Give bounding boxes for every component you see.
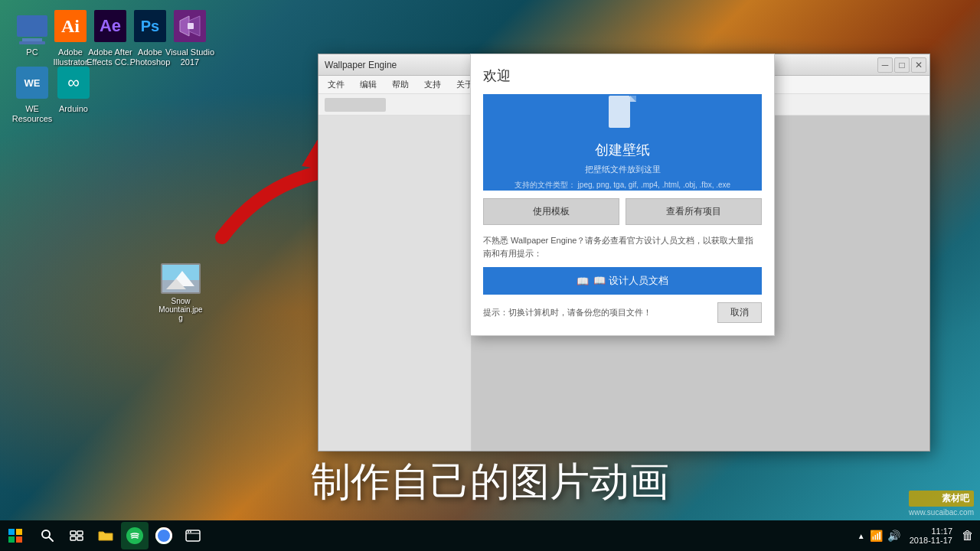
dialog-hint-text: 不熟悉 Wallpaper Engine？请务必查看官方设计人员文档，以获取大量… (483, 234, 762, 259)
taskbar-apps (31, 522, 210, 549)
svg-rect-22 (70, 536, 76, 540)
arduino-label: Arduino (49, 104, 98, 114)
svg-rect-13 (630, 96, 636, 102)
tray-recycle-icon: 🗑 (962, 529, 974, 543)
menu-edit[interactable]: 编辑 (354, 77, 383, 92)
taskbar-explorer[interactable] (92, 522, 119, 549)
taskbar-clock[interactable]: 11:17 2018-11-17 (903, 527, 959, 545)
book-icon: 📖 (577, 276, 589, 287)
doc-button[interactable]: 📖 📖 设计人员文档 (483, 267, 762, 295)
taskbar: ▲ 📶 🔊 11:17 2018-11-17 🗑 (0, 520, 980, 551)
taskbar-chrome-app[interactable] (150, 522, 178, 549)
ps-icon-graphic: Ps (134, 10, 166, 42)
drop-hint-text: 把壁纸文件放到这里 (585, 164, 661, 175)
menu-file[interactable]: 文件 (322, 77, 351, 92)
vs-icon-graphic (174, 10, 206, 42)
menu-help[interactable]: 帮助 (386, 77, 415, 92)
spotify-icon (126, 527, 143, 544)
maximize-button[interactable]: □ (894, 57, 910, 73)
create-wallpaper-label: 创建壁纸 (595, 141, 650, 159)
desktop-icon-vs[interactable]: Visual Studio2017 (162, 5, 217, 70)
tray-arrow-icon[interactable]: ▲ (858, 532, 865, 540)
svg-point-25 (188, 531, 189, 533)
tray-network-icon: 📶 (870, 530, 883, 542)
svg-rect-23 (77, 536, 83, 540)
taskbar-search[interactable] (34, 522, 61, 549)
clock-date: 2018-11-17 (910, 536, 952, 545)
doc-button-label: 📖 设计人员文档 (593, 274, 668, 288)
window-controls: ─ □ ✕ (877, 57, 926, 73)
taskbar-task-view[interactable] (63, 522, 90, 549)
svg-rect-21 (77, 531, 83, 535)
file-types-text: 支持的文件类型： jpeg, png, tga, gif, .mp4, .htm… (499, 180, 746, 191)
toolbar-input (325, 98, 386, 112)
start-button[interactable] (0, 520, 31, 551)
minimize-button[interactable]: ─ (877, 57, 893, 73)
svg-point-26 (190, 531, 191, 533)
svg-rect-11 (609, 96, 630, 128)
svg-line-19 (49, 537, 53, 541)
desktop-icon-arduino[interactable]: ∞ Arduino (46, 61, 101, 117)
taskbar-right: ▲ 📶 🔊 11:17 2018-11-17 🗑 (851, 520, 980, 551)
vs-label: Visual Studio2017 (165, 47, 214, 67)
taskbar-app5[interactable] (179, 522, 207, 549)
dialog-title: 欢迎 (483, 67, 762, 85)
snow-mountain-label: SnowMountain.jpeg (156, 297, 205, 322)
svg-rect-17 (16, 536, 22, 543)
watermark-url: www.sucaibac.com (909, 508, 974, 517)
file-icon (607, 94, 638, 136)
welcome-dialog: 欢迎 创建壁纸 把壁纸文件放到这里 支持的文件类型： jpeg, png, tg… (470, 54, 775, 336)
we-icon: WE (14, 64, 51, 101)
svg-rect-14 (8, 529, 15, 535)
we-icon-graphic: WE (16, 67, 48, 99)
system-tray: ▲ 📶 🔊 (858, 530, 900, 542)
vs-icon (172, 8, 208, 44)
ai-icon-graphic: Ai (54, 10, 87, 42)
svg-rect-20 (70, 531, 76, 535)
svg-rect-2 (188, 23, 194, 29)
dialog-tip-text: 提示：切换计算机时，请备份您的项目文件！ (483, 307, 652, 318)
dialog-footer: 提示：切换计算机时，请备份您的项目文件！ 取消 (483, 302, 762, 323)
use-template-button[interactable]: 使用模板 (483, 198, 619, 225)
arduino-icon-graphic: ∞ (57, 67, 90, 99)
clock-time: 11:17 (910, 527, 952, 536)
menu-support[interactable]: 支持 (418, 77, 447, 92)
svg-rect-16 (8, 536, 15, 543)
tray-volume-icon: 🔊 (887, 530, 900, 542)
snow-mountain-thumbnail (161, 263, 201, 294)
create-wallpaper-button[interactable]: 创建壁纸 把壁纸文件放到这里 支持的文件类型： jpeg, png, tga, … (483, 94, 762, 191)
desktop-icon-snow-mountain[interactable]: SnowMountain.jpeg (153, 260, 208, 325)
dialog-action-row: 使用模板 查看所有项目 (483, 198, 762, 225)
ae-icon-graphic: Ae (94, 10, 126, 42)
taskbar-chrome-icon (155, 527, 172, 544)
taskbar-spotify[interactable] (121, 522, 149, 549)
arduino-icon: ∞ (55, 64, 92, 101)
watermark: 素材吧 www.sucaibac.com (909, 491, 974, 517)
svg-rect-15 (16, 529, 22, 535)
subtitle-text: 制作自己的图片动画 (311, 459, 669, 504)
subtitle-area: 制作自己的图片动画 (0, 455, 980, 509)
window-sidebar (318, 116, 472, 451)
cancel-button[interactable]: 取消 (717, 302, 762, 323)
close-button[interactable]: ✕ (911, 57, 926, 73)
watermark-logo: 素材吧 (909, 491, 974, 507)
view-all-button[interactable]: 查看所有项目 (626, 198, 762, 225)
